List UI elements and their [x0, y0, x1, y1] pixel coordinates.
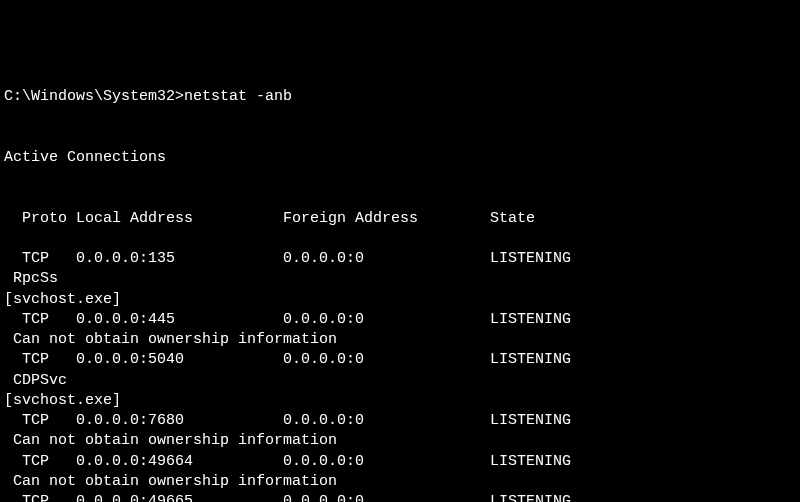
cell-proto: TCP	[4, 249, 76, 269]
cell-state: LISTENING	[490, 492, 571, 502]
connection-row: TCP0.0.0.0:1350.0.0.0:0LISTENING	[4, 249, 796, 269]
entries-container: TCP0.0.0.0:1350.0.0.0:0LISTENINGRpcSs[sv…	[4, 249, 796, 502]
header-local: Local Address	[76, 209, 283, 229]
cell-proto: TCP	[4, 350, 76, 370]
prompt-path: C:\Windows\System32>	[4, 88, 184, 105]
cell-state: LISTENING	[490, 350, 571, 370]
cell-local: 0.0.0.0:135	[76, 249, 283, 269]
owner-service: CDPSvc	[4, 371, 796, 391]
section-title: Active Connections	[4, 148, 796, 168]
cell-state: LISTENING	[490, 452, 571, 472]
cell-state: LISTENING	[490, 310, 571, 330]
cell-local: 0.0.0.0:49665	[76, 492, 283, 502]
connection-row: TCP0.0.0.0:76800.0.0.0:0LISTENING	[4, 411, 796, 431]
cell-state: LISTENING	[490, 249, 571, 269]
connection-row: TCP0.0.0.0:50400.0.0.0:0LISTENING	[4, 350, 796, 370]
header-state: State	[490, 209, 535, 229]
cell-foreign: 0.0.0.0:0	[283, 452, 490, 472]
cell-foreign: 0.0.0.0:0	[283, 310, 490, 330]
connection-row: TCP0.0.0.0:496640.0.0.0:0LISTENING	[4, 452, 796, 472]
cell-local: 0.0.0.0:7680	[76, 411, 283, 431]
cell-state: LISTENING	[490, 411, 571, 431]
header-foreign: Foreign Address	[283, 209, 490, 229]
cell-local: 0.0.0.0:5040	[76, 350, 283, 370]
owner-exe: [svchost.exe]	[4, 290, 796, 310]
cell-proto: TCP	[4, 310, 76, 330]
header-proto: Proto	[4, 209, 76, 229]
ownership-error: Can not obtain ownership information	[4, 472, 796, 492]
connection-row: TCP0.0.0.0:496650.0.0.0:0LISTENING	[4, 492, 796, 502]
owner-service: RpcSs	[4, 269, 796, 289]
prompt-command: netstat -anb	[184, 88, 292, 105]
cell-proto: TCP	[4, 452, 76, 472]
header-row: ProtoLocal AddressForeign AddressState	[4, 209, 796, 229]
cell-local: 0.0.0.0:49664	[76, 452, 283, 472]
cell-proto: TCP	[4, 411, 76, 431]
prompt-line: C:\Windows\System32>netstat -anb	[4, 87, 796, 107]
cell-local: 0.0.0.0:445	[76, 310, 283, 330]
ownership-error: Can not obtain ownership information	[4, 330, 796, 350]
cell-foreign: 0.0.0.0:0	[283, 249, 490, 269]
cell-foreign: 0.0.0.0:0	[283, 350, 490, 370]
owner-exe: [svchost.exe]	[4, 391, 796, 411]
ownership-error: Can not obtain ownership information	[4, 431, 796, 451]
cell-proto: TCP	[4, 492, 76, 502]
connection-row: TCP0.0.0.0:4450.0.0.0:0LISTENING	[4, 310, 796, 330]
cell-foreign: 0.0.0.0:0	[283, 411, 490, 431]
cell-foreign: 0.0.0.0:0	[283, 492, 490, 502]
